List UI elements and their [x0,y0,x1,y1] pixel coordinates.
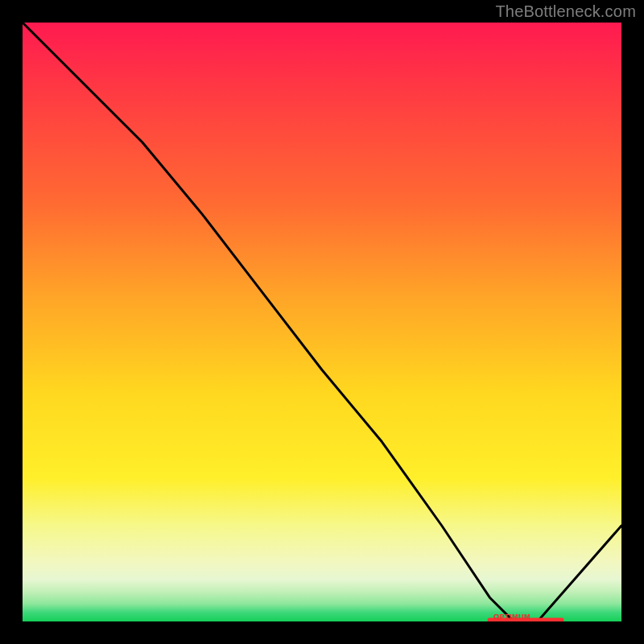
chart-line-layer [23,23,621,621]
watermark-text: TheBottleneck.com [495,2,636,21]
chart-stage: TheBottleneck.com OPTIMUM [0,0,644,644]
bottleneck-curve [23,23,621,621]
